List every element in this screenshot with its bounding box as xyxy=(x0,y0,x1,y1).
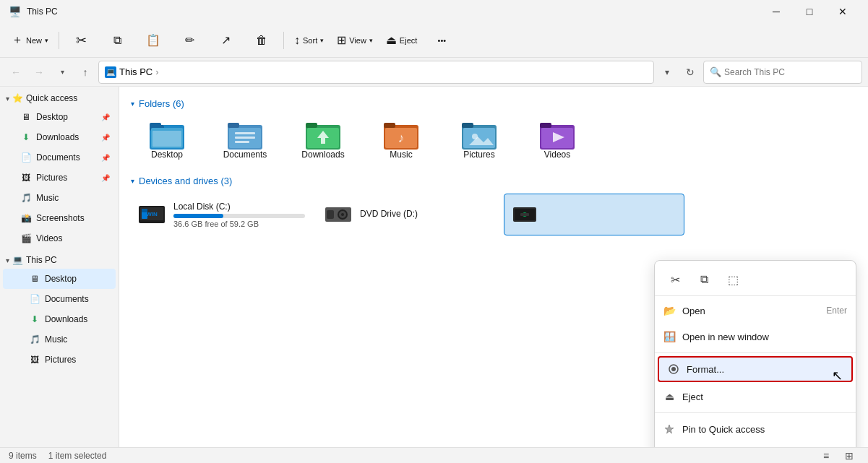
context-paste-button[interactable]: ⬚ xyxy=(721,268,744,291)
back-button[interactable]: ← xyxy=(6,62,26,82)
maximize-button[interactable]: □ xyxy=(793,0,826,23)
folder-music[interactable]: ♪ Music xyxy=(365,116,437,164)
window-title: This PC xyxy=(27,7,58,17)
format-icon xyxy=(668,363,679,375)
this-pc-collapse-icon: ▾ xyxy=(6,256,9,264)
folder-pictures-icon xyxy=(462,121,497,150)
pin-icon2: 📌 xyxy=(101,134,110,142)
drive-dvd-d[interactable]: DVD Drive (D:) xyxy=(317,194,498,235)
folder-desktop[interactable]: Desktop xyxy=(131,116,203,164)
folder-desktop-label: Desktop xyxy=(151,150,183,160)
drive-c-icon: WIN xyxy=(137,200,166,229)
this-pc-header[interactable]: ▾ 💻 This PC xyxy=(0,251,119,269)
svg-rect-6 xyxy=(228,123,239,128)
context-divider-1 xyxy=(655,352,856,353)
sidebar-this-pc-pictures-label: Pictures xyxy=(45,355,76,365)
drives-chevron: ▾ xyxy=(131,177,134,185)
sidebar-item-videos[interactable]: 🎬 Videos xyxy=(3,228,116,248)
svg-marker-45 xyxy=(665,425,674,433)
copy-button[interactable]: ⧉ xyxy=(100,26,134,55)
sidebar-item-this-pc-docs[interactable]: 📄 Documents xyxy=(3,289,116,309)
items-count: 9 items xyxy=(9,451,37,461)
pictures-icon: 🖼 xyxy=(20,172,32,183)
eject-button[interactable]: ⏏ Eject xyxy=(380,26,423,55)
context-format[interactable]: Format... ↖ xyxy=(658,356,853,382)
sidebar-item-this-pc-active[interactable]: 🖥 Desktop xyxy=(3,269,116,289)
quick-access-header[interactable]: ▾ ⭐ Quick access xyxy=(0,90,119,107)
drives-section-header[interactable]: ▾ Devices and drives (3) xyxy=(131,176,856,186)
folder-downloads-label: Downloads xyxy=(301,150,344,160)
dropdown-history-button[interactable]: ▾ xyxy=(52,62,72,82)
sidebar-item-music[interactable]: 🎵 Music xyxy=(3,188,116,208)
sidebar-item-this-pc-music[interactable]: 🎵 Music xyxy=(3,329,116,350)
breadcrumb-dropdown-button[interactable]: ▾ xyxy=(657,62,677,82)
folder-videos[interactable]: Videos xyxy=(521,116,593,164)
folder-documents-label: Documents xyxy=(223,150,267,160)
desktop-icon: 🖥 xyxy=(20,111,32,123)
sidebar-item-downloads[interactable]: ⬇ Downloads 📌 xyxy=(3,127,116,147)
view-list-button[interactable]: ≡ xyxy=(816,446,836,464)
minimize-button[interactable]: ─ xyxy=(760,0,793,23)
context-copy-button[interactable]: ⧉ xyxy=(692,268,716,291)
context-open[interactable]: 📂 Open Enter xyxy=(655,298,856,324)
context-eject[interactable]: ⏏ Eject xyxy=(655,384,856,410)
refresh-button[interactable]: ↻ xyxy=(680,62,700,82)
sidebar-item-screenshots[interactable]: 📸 Screenshots xyxy=(3,208,116,228)
sidebar-item-desktop[interactable]: 🖥 Desktop 📌 xyxy=(3,107,116,127)
sort-button[interactable]: ↕ Sort ▾ xyxy=(288,26,330,55)
forward-button[interactable]: → xyxy=(29,62,49,82)
drive-d-icon xyxy=(324,200,353,229)
sort-icon: ↕ xyxy=(294,34,300,47)
context-cut-button[interactable]: ✂ xyxy=(663,268,687,291)
paste-button[interactable]: 📋 xyxy=(136,26,171,55)
breadcrumb-bar[interactable]: 💻 This PC › xyxy=(98,61,654,84)
new-button[interactable]: ＋ New ▾ xyxy=(6,26,54,55)
context-open-new-window-label: Open in new window xyxy=(682,332,847,342)
search-bar[interactable]: 🔍 xyxy=(703,61,862,84)
up-button[interactable]: ↑ xyxy=(75,62,95,82)
folders-section-header[interactable]: ▾ Folders (6) xyxy=(131,98,856,109)
svg-point-44 xyxy=(671,367,676,371)
close-button[interactable]: ✕ xyxy=(826,0,859,23)
new-dropdown-arrow: ▾ xyxy=(45,37,48,44)
more-button[interactable]: ••• xyxy=(424,26,459,55)
music-icon: 🎵 xyxy=(20,192,32,204)
drive-c-space: 36.6 GB free of 59.2 GB xyxy=(173,220,305,228)
quick-access-label: Quick access xyxy=(26,93,77,103)
selected-count: 1 item selected xyxy=(48,451,107,461)
folder-downloads-icon xyxy=(306,121,340,150)
folder-pictures[interactable]: Pictures xyxy=(443,116,515,164)
sidebar-item-this-pc-pictures[interactable]: 🖼 Pictures xyxy=(3,350,116,370)
share-button[interactable]: ↗ xyxy=(208,26,243,55)
context-pin-start[interactable]: 📌 Pin to Start xyxy=(655,442,856,447)
paste-icon: 📋 xyxy=(146,33,160,47)
pin-quick-access-icon xyxy=(663,423,675,435)
drive-c-fill xyxy=(173,214,223,218)
sidebar-item-this-pc-downloads[interactable]: ⬇ Downloads xyxy=(3,309,116,329)
sidebar-desktop-label: Desktop xyxy=(36,112,68,122)
sidebar-item-pictures[interactable]: 🖼 Pictures 📌 xyxy=(3,168,116,188)
sidebar-item-documents[interactable]: 📄 Documents 📌 xyxy=(3,147,116,168)
drive-usb-icon xyxy=(510,200,539,229)
folder-documents-icon xyxy=(228,121,262,150)
drive-usb[interactable] xyxy=(504,194,684,235)
sidebar-documents-label: Documents xyxy=(36,152,80,163)
rename-button[interactable]: ✏ xyxy=(172,26,207,55)
cut-icon: ✂ xyxy=(76,33,87,48)
context-pin-quick-access[interactable]: Pin to Quick access xyxy=(655,416,856,442)
folder-documents[interactable]: Documents xyxy=(209,116,281,164)
search-input[interactable] xyxy=(724,67,856,77)
view-button[interactable]: ⊞ View ▾ xyxy=(331,26,379,55)
drive-local-c[interactable]: WIN Local Disk (C:) 36.6 GB free of 59.2… xyxy=(131,194,311,235)
cut-button[interactable]: ✂ xyxy=(64,26,98,55)
app-icon: 🖥️ xyxy=(9,6,21,17)
svg-rect-10 xyxy=(235,141,249,143)
this-pc-pictures-icon: 🖼 xyxy=(29,354,40,365)
context-pin-quick-access-label: Pin to Quick access xyxy=(682,424,847,435)
delete-button[interactable]: 🗑 xyxy=(244,26,279,55)
folder-downloads[interactable]: Downloads xyxy=(287,116,359,164)
view-grid-button[interactable]: ⊞ xyxy=(839,446,859,464)
context-open-new-window[interactable]: 🪟 Open in new window xyxy=(655,324,856,350)
main-area: ▾ ⭐ Quick access 🖥 Desktop 📌 ⬇ Downloads… xyxy=(0,87,868,447)
this-pc-computer-icon: 💻 xyxy=(12,255,23,265)
